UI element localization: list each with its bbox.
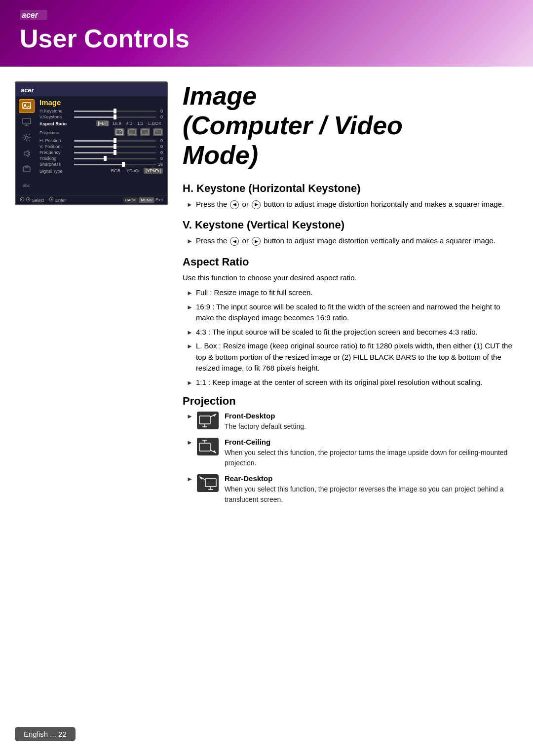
osd-aspect-options: [Full] 16:9 4:3 1:1 L.BOX xyxy=(96,120,163,126)
osd-row-signaltype: Signal Type RGB YCbCr [YPbPr] xyxy=(39,168,163,175)
proj-arrow-3: ► xyxy=(187,475,193,483)
page-footer: English ... 22 xyxy=(15,727,76,741)
osd-section-title: Image xyxy=(39,98,163,107)
osd-label-vkeystone: V.Keystone xyxy=(39,114,74,119)
osd-row-vkeystone: V.Keystone 0 xyxy=(39,114,163,119)
svg-line-20 xyxy=(155,130,158,132)
osd-label-aspectratio: Aspect Ratio xyxy=(39,121,74,126)
aspect-lbox-item: ► L. Box : Resize image (keep original s… xyxy=(183,340,513,374)
h-keystone-heading: H. Keystone (Horizontal Keystone) xyxy=(183,182,513,195)
svg-rect-3 xyxy=(23,103,31,109)
italic-section-title: Image (Computer / Video Mode) xyxy=(183,81,513,170)
osd-slider-hpos xyxy=(74,140,156,142)
osd-icon-display[interactable] xyxy=(19,115,35,129)
proj-content-rear-desktop: Rear-Desktop When you select this functi… xyxy=(225,474,513,505)
osd-label-projection: Projection xyxy=(39,130,74,135)
osd-row-vposition: V. Position 0 xyxy=(39,144,163,149)
aspect-169-text: 16:9 : The input source will be scaled t… xyxy=(196,302,513,324)
osd-row-frequency: Frequency 0 xyxy=(39,150,163,155)
main-content: acer xyxy=(0,67,533,530)
projection-section: Projection ► Front-Desktop The factory d… xyxy=(183,395,513,505)
osd-slider-hkeystone xyxy=(74,111,156,112)
aspect-ratio-section: Aspect Ratio Use this function to choose… xyxy=(183,256,513,388)
projection-front-desktop: ► Front-Desktop The factory default sett… xyxy=(183,412,513,432)
h-keystone-text: Press the ◀ or ▶ button to adjust image … xyxy=(196,199,513,210)
v-keystone-section: V. Keystone (Vertical Keystone) ► Press … xyxy=(183,219,513,247)
osd-icon-timer[interactable] xyxy=(19,162,35,176)
osd-row-projection: Projection xyxy=(39,128,163,137)
bullet-arrow-11: ► xyxy=(187,378,193,388)
page-number-box: English ... 22 xyxy=(15,727,76,741)
osd-container: acer xyxy=(15,81,168,205)
aspect-43-text: 4:3 : The input source will be scaled to… xyxy=(196,327,513,338)
osd-slider-sharpness xyxy=(74,164,156,165)
svg-line-14 xyxy=(119,130,122,132)
osd-footer-nav: Select Enter xyxy=(20,197,66,203)
osd-row-aspectratio: Aspect Ratio [Full] 16:9 4:3 1:1 L.BOX xyxy=(39,120,163,127)
aspect-lbox-text: L. Box : Resize image (keep original sou… xyxy=(196,340,513,374)
osd-proj-icon-3 xyxy=(140,128,150,136)
osd-projection-icons xyxy=(114,128,163,136)
svg-line-16 xyxy=(130,132,132,134)
language-label: English ... xyxy=(24,730,56,738)
bullet-arrow-lbox: ► xyxy=(187,341,193,351)
proj-arrow-2: ► xyxy=(187,439,193,446)
v-keystone-heading: V. Keystone (Vertical Keystone) xyxy=(183,219,513,231)
left-arrow-btn-2: ◀ xyxy=(230,237,239,246)
aspect-11-text: 1:1 : Keep image at the center of screen… xyxy=(196,377,513,388)
osd-icon-settings[interactable] xyxy=(19,131,35,145)
aspect-full-item: ► Full : Resize image to fit full screen… xyxy=(183,287,513,299)
osd-slider-vpos xyxy=(74,146,156,148)
svg-line-18 xyxy=(145,132,148,134)
projection-rear-desktop: ► Rear-Desktop When you select this func… xyxy=(183,474,513,505)
osd-proj-icon-4 xyxy=(153,128,163,136)
osd-row-hkeystone: H.Keystone 0 xyxy=(39,109,163,113)
bullet-arrow-43: ► xyxy=(187,328,193,338)
osd-acer-logo-icon: acer xyxy=(21,85,39,94)
proj-icon-front-ceiling xyxy=(197,438,219,455)
proj-icon-rear-desktop xyxy=(197,474,219,492)
osd-row-hposition: H. Position 0 xyxy=(39,138,163,143)
osd-signal-options: RGB YCbCr [YPbPr] xyxy=(109,168,163,174)
osd-sidebar: abc xyxy=(16,96,38,195)
osd-icon-audio[interactable] xyxy=(19,147,35,160)
projection-front-ceiling: ► Front-Ceiling When you select this fun… xyxy=(183,438,513,468)
osd-icon-language[interactable]: abc xyxy=(19,178,35,192)
osd-proj-icon-2 xyxy=(127,128,137,136)
proj-icon-front-desktop xyxy=(197,412,219,429)
proj-arrow-1: ► xyxy=(187,413,193,420)
v-keystone-text: Press the ◀ or ▶ button to adjust image … xyxy=(196,235,513,247)
svg-marker-22 xyxy=(21,198,22,200)
proj-desc-rear-desktop: When you select this function, the proje… xyxy=(225,484,513,505)
osd-slider-vkeystone xyxy=(74,116,156,118)
proj-desc-front-desktop: The factory default setting. xyxy=(225,421,513,432)
svg-rect-5 xyxy=(23,118,31,124)
osd-icon-image[interactable] xyxy=(19,99,35,113)
aspect-ratio-intro: Use this function to choose your desired… xyxy=(183,272,513,284)
proj-title-front-desktop: Front-Desktop xyxy=(225,412,513,420)
v-keystone-bullet: ► Press the ◀ or ▶ button to adjust imag… xyxy=(183,235,513,247)
osd-row-tracking: Tracking 8 xyxy=(39,156,163,161)
aspect-169-item: ► 16:9 : The input source will be scaled… xyxy=(183,302,513,324)
proj-title-front-ceiling: Front-Ceiling xyxy=(225,438,513,446)
acer-logo-header: acer xyxy=(20,9,513,22)
page-title: User Controls xyxy=(20,25,513,53)
svg-marker-24 xyxy=(28,198,30,200)
osd-header: acer xyxy=(16,82,167,96)
proj-content-front-desktop: Front-Desktop The factory default settin… xyxy=(225,412,513,432)
osd-proj-icon-1 xyxy=(114,128,124,136)
h-keystone-bullet: ► Press the ◀ or ▶ button to adjust imag… xyxy=(183,199,513,210)
bullet-arrow-icon: ► xyxy=(187,200,193,210)
osd-slider-freq xyxy=(74,152,156,153)
svg-text:abc: abc xyxy=(23,183,30,188)
bullet-arrow-icon-2: ► xyxy=(187,236,193,246)
projection-heading: Projection xyxy=(183,395,513,408)
bullet-arrow-169: ► xyxy=(187,302,193,312)
svg-rect-27 xyxy=(199,416,210,424)
proj-title-rear-desktop: Rear-Desktop xyxy=(225,474,513,483)
h-keystone-section: H. Keystone (Horizontal Keystone) ► Pres… xyxy=(183,182,513,210)
acer-logo-icon: acer xyxy=(20,9,49,22)
page-number: 22 xyxy=(58,730,67,738)
osd-label-hkeystone: H.Keystone xyxy=(39,109,74,113)
svg-marker-9 xyxy=(24,151,28,156)
